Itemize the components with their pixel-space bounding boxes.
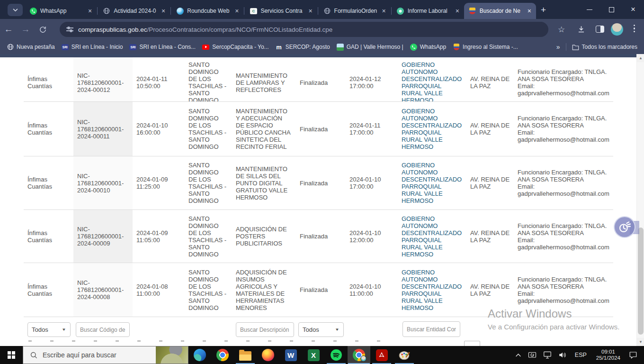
bookmark-ingreso-sistema[interactable]: Ingreso al Sistema -... xyxy=(453,44,518,51)
entidad-link[interactable]: GOBIERNO AUTONOMO DESCENTRALIZADO PARROQ… xyxy=(398,265,466,315)
taskbar-firefox-icon[interactable] xyxy=(257,346,279,364)
bookmark-sercop-agosto[interactable]: m SERCOP: Agosto xyxy=(276,44,330,51)
tab-formulario[interactable]: FormularioOrden × xyxy=(319,3,391,19)
all-bookmarks-button[interactable]: Todos los marcadores xyxy=(572,44,637,51)
pagination-button-partial[interactable] xyxy=(464,341,480,346)
back-button[interactable]: ← xyxy=(0,24,17,35)
tab-strip: WhatsApp × Actividad 2024-0 × Roundcube … xyxy=(0,0,644,19)
tab-close-icon[interactable]: × xyxy=(161,8,166,14)
window-maximize-button[interactable] xyxy=(600,0,622,19)
scroll-down-arrow[interactable]: ▼ xyxy=(637,338,644,346)
cell-direccion: AV. REINA DE LA PAZ xyxy=(466,118,514,140)
clock[interactable]: 09:01 25/1/2024 xyxy=(596,349,620,361)
address-bar[interactable]: compraspublicas.gob.ec/ProcesoContrataci… xyxy=(60,22,548,37)
cell-estado: Finalizada xyxy=(296,176,346,191)
filter-descripcion-input[interactable] xyxy=(236,322,294,337)
tab-separator xyxy=(391,7,392,15)
table-row: Ínfimas Cuantías NIC-1768120600001-2024-… xyxy=(24,102,613,156)
bookmark-nueva-pestana[interactable]: Nueva pestaña xyxy=(7,44,55,51)
entidad-link[interactable]: GOBIERNO AUTONOMO DESCENTRALIZADO PARROQ… xyxy=(398,57,466,102)
cell-tipo: Ínfimas Cuantías xyxy=(24,226,73,247)
tab-roundcube[interactable]: Roundcube Web × xyxy=(171,3,243,19)
taskbar-chrome-active-icon[interactable] xyxy=(348,346,370,364)
taskbar-word-icon[interactable]: W xyxy=(279,346,302,364)
taskbar-file-explorer-icon[interactable] xyxy=(234,346,257,364)
tray-chevron-up-icon[interactable] xyxy=(515,353,521,357)
filter-estado-select[interactable]: Todos▼ xyxy=(298,322,344,337)
tab-close-icon[interactable]: × xyxy=(234,8,240,14)
entidad-link[interactable]: GOBIERNO AUTONOMO DESCENTRALIZADO PARROQ… xyxy=(398,158,466,208)
volume-icon[interactable] xyxy=(558,351,567,359)
profile-badge xyxy=(360,355,367,362)
bookmark-sri-inicio[interactable]: SRI SRI en Línea - Inicio xyxy=(62,44,123,51)
window-close-button[interactable]: × xyxy=(622,0,644,19)
bookmark-star-icon[interactable]: ☆ xyxy=(558,25,565,35)
new-tab-button[interactable]: + xyxy=(541,5,546,15)
cast-display-icon[interactable] xyxy=(528,352,537,359)
taskbar-edge-icon[interactable] xyxy=(188,346,211,364)
downloads-icon[interactable] xyxy=(577,25,586,34)
taskbar-excel-icon[interactable]: X xyxy=(302,346,325,364)
tab-servicios[interactable]: C Servicios Contra × xyxy=(245,3,317,19)
bookmarks-overflow-chevron[interactable]: » xyxy=(556,43,560,51)
ecuador-crest-icon xyxy=(469,7,476,15)
bookmark-sri-consultas[interactable]: SRI SRI en Línea - Cons... xyxy=(129,44,196,51)
taskbar-paint-icon[interactable] xyxy=(393,346,416,364)
sri-icon: SRI xyxy=(129,44,136,51)
bookmark-label: SRI en Línea - Cons... xyxy=(139,44,196,50)
bookmark-sercopcapacita[interactable]: SercopCapacita - Yo... xyxy=(202,44,268,51)
web-page: Ínfimas Cuantías NIC-1768120600001-2024-… xyxy=(0,54,636,346)
tab-close-icon[interactable]: × xyxy=(307,8,313,14)
tab-label: Informe Laboral xyxy=(408,8,451,14)
bookmark-gad-valle-hermoso[interactable]: GAD | Valle Hermoso | xyxy=(337,44,403,51)
vertical-scrollbar[interactable]: ▲ ▼ xyxy=(636,54,644,346)
tab-search-caret-button[interactable] xyxy=(8,4,23,16)
taskbar-spotify-icon[interactable] xyxy=(325,346,348,364)
tab-informe[interactable]: Informe Laboral × xyxy=(392,3,464,19)
cell-fecha-limite: 2024-01-10 11:00:00 xyxy=(346,279,398,301)
tab-buscador-active[interactable]: Buscador de Ne × xyxy=(464,3,536,19)
filter-codigo-input[interactable] xyxy=(76,322,130,337)
entidad-link[interactable]: GOBIERNO AUTONOMO DESCENTRALIZADO PARROQ… xyxy=(398,211,466,262)
table-row: Ínfimas Cuantías NIC-1768120600001-2024-… xyxy=(24,156,613,210)
network-icon[interactable] xyxy=(543,351,552,359)
date: 25/1/2024 xyxy=(596,355,620,361)
whatsapp-icon xyxy=(29,7,37,15)
tab-label: Actividad 2024-0 xyxy=(114,8,157,14)
language-indicator[interactable]: ESP xyxy=(575,352,587,358)
tab-close-icon[interactable]: × xyxy=(455,8,460,14)
window-minimize-button[interactable] xyxy=(579,0,600,19)
scrollbar-thumb[interactable] xyxy=(638,228,644,335)
tab-separator xyxy=(244,7,244,15)
site-settings-icon[interactable] xyxy=(66,27,73,31)
search-highlight-image[interactable] xyxy=(156,346,188,364)
taskbar-search-box[interactable]: Escribe aquí para buscar xyxy=(23,346,188,364)
bookmark-whatsapp[interactable]: WhatsApp xyxy=(410,44,446,51)
filter-tipo-select[interactable]: Todos▼ xyxy=(27,322,71,337)
browser-toolbar: ← → compraspublicas.gob.ec/ProcesoContra… xyxy=(0,19,644,40)
tab-actividad[interactable]: Actividad 2024-0 × xyxy=(98,3,170,19)
tab-separator xyxy=(170,7,171,15)
filter-entidad-input[interactable] xyxy=(402,321,460,337)
profile-avatar[interactable] xyxy=(611,23,623,36)
action-center-icon[interactable] xyxy=(629,351,637,359)
menu-kebab-icon[interactable] xyxy=(631,23,638,34)
tab-close-icon[interactable]: × xyxy=(527,8,532,14)
chevron-down-icon: ▼ xyxy=(335,328,340,332)
tab-whatsapp[interactable]: WhatsApp × xyxy=(25,3,97,19)
start-button[interactable] xyxy=(0,346,23,364)
cell-contacto: Funcionario Encargado: TNLGA. ANA SOSA T… xyxy=(514,272,613,308)
taskbar-chrome-icon[interactable] xyxy=(211,346,234,364)
tab-close-icon[interactable]: × xyxy=(87,8,93,14)
side-panel-icon[interactable] xyxy=(596,26,604,33)
entidad-link[interactable]: GOBIERNO AUTONOMO DESCENTRALIZADO PARROQ… xyxy=(398,104,466,154)
reload-button[interactable] xyxy=(34,26,51,34)
scroll-up-arrow[interactable]: ▲ xyxy=(637,54,644,62)
bookmark-label: Todos los marcadores xyxy=(582,44,637,50)
taskbar-acrobat-icon[interactable] xyxy=(370,346,393,364)
watermark-subtitle: Ve a Configuración para activar Windows. xyxy=(488,323,619,331)
tab-close-icon[interactable]: × xyxy=(381,8,387,14)
time: 09:01 xyxy=(601,349,615,355)
forward-button[interactable]: → xyxy=(17,24,34,35)
floating-timer-widget[interactable] xyxy=(614,216,637,240)
